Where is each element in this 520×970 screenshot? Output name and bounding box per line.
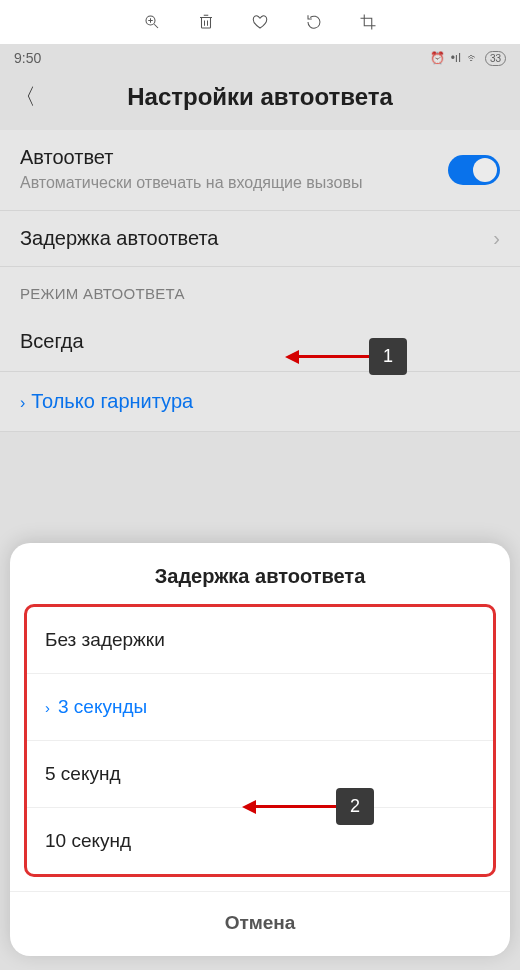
heart-icon[interactable] xyxy=(251,13,269,31)
delay-option-10sec-label: 10 секунд xyxy=(45,830,131,852)
delay-modal: Задержка автоответа Без задержки › 3 сек… xyxy=(10,543,510,956)
crop-icon[interactable] xyxy=(359,13,377,31)
trash-icon[interactable] xyxy=(197,13,215,31)
modal-cancel-button[interactable]: Отмена xyxy=(10,891,510,956)
svg-rect-4 xyxy=(202,18,211,29)
delay-option-5sec[interactable]: 5 секунд xyxy=(27,741,493,808)
zoom-icon[interactable] xyxy=(143,13,161,31)
delay-option-none-label: Без задержки xyxy=(45,629,165,651)
rotate-icon[interactable] xyxy=(305,13,323,31)
delay-option-3sec-label: 3 секунды xyxy=(58,696,147,718)
delay-option-none[interactable]: Без задержки xyxy=(27,607,493,674)
delay-option-3sec[interactable]: › 3 секунды xyxy=(27,674,493,741)
svg-line-1 xyxy=(154,24,158,28)
editor-toolbar xyxy=(0,0,520,44)
delay-option-10sec[interactable]: 10 секунд xyxy=(27,808,493,874)
modal-backdrop[interactable]: Задержка автоответа Без задержки › 3 сек… xyxy=(0,44,520,970)
chevron-right-icon: › xyxy=(45,699,50,716)
modal-title: Задержка автоответа xyxy=(10,543,510,604)
delay-option-5sec-label: 5 секунд xyxy=(45,763,121,785)
modal-options-highlight: Без задержки › 3 секунды 5 секунд 10 сек… xyxy=(24,604,496,877)
screenshot-area: 9:50 ⏰ •ıl ᯤ 33 〈 Настройки автоответа А… xyxy=(0,44,520,970)
